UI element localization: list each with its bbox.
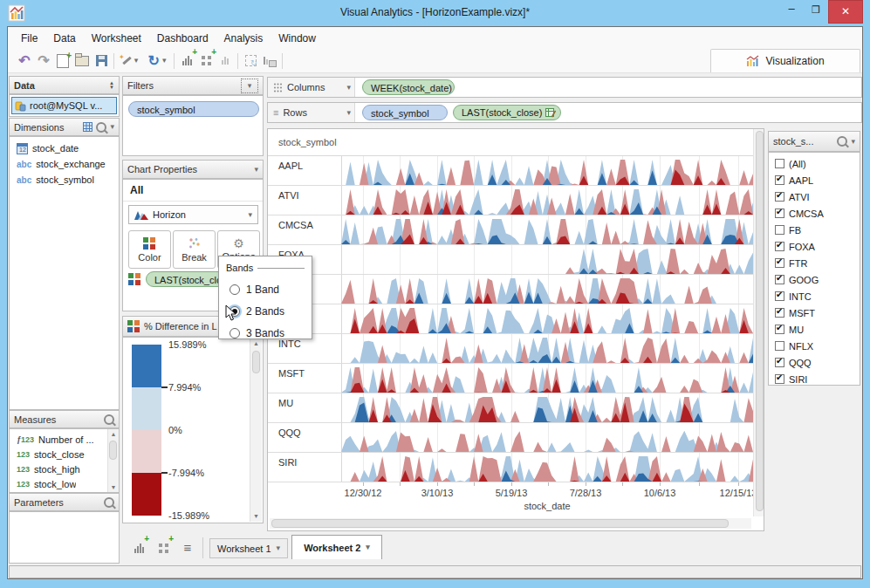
tab-worksheet-2[interactable]: Worksheet 2▾: [291, 535, 382, 559]
checkbox-icon[interactable]: [775, 275, 784, 284]
connection-item[interactable]: root@MySQL v...: [11, 97, 117, 114]
symbol-filter-item-nflx[interactable]: NFLX: [769, 338, 860, 354]
dimension-field[interactable]: 12stock_date: [10, 140, 119, 156]
checkbox-icon[interactable]: [775, 225, 784, 235]
horizon-marks[interactable]: [341, 275, 753, 304]
save-button[interactable]: [92, 51, 111, 71]
new-worksheet-button[interactable]: +: [177, 51, 196, 71]
sheet-list-button[interactable]: ≡: [178, 537, 197, 557]
chart-h-scrollbar[interactable]: [270, 518, 751, 529]
menu-item-dashboard[interactable]: Dashboard: [149, 30, 216, 47]
horizon-marks[interactable]: [341, 186, 753, 215]
data-panel-header[interactable]: Data ▲▼: [9, 76, 120, 94]
measure-field[interactable]: 123stock_low: [10, 476, 108, 491]
radio-icon[interactable]: [229, 284, 240, 295]
checkbox-icon[interactable]: [775, 209, 784, 218]
checkbox-icon[interactable]: [775, 159, 784, 168]
symbol-filter-item-cmcsa[interactable]: CMCSA: [769, 205, 860, 222]
tab-worksheet-1[interactable]: Worksheet 1▾: [209, 538, 288, 558]
symbol-filter-item-ftr[interactable]: FTR: [769, 255, 860, 271]
open-file-button[interactable]: [72, 51, 92, 71]
chevron-down-icon[interactable]: ▾: [366, 544, 370, 551]
duplicate-sheet-button[interactable]: [216, 51, 235, 71]
horizon-marks[interactable]: [341, 393, 753, 423]
measure-field[interactable]: ƒ123Number of ...: [10, 432, 108, 447]
measures-scrollbar[interactable]: ▲ ▼: [107, 429, 119, 492]
measure-field[interactable]: 123stock_high: [10, 462, 108, 476]
refresh-button[interactable]: ↻ ▾: [143, 51, 171, 71]
break-button[interactable]: Break: [173, 230, 216, 269]
chevron-down-icon[interactable]: ▾: [851, 138, 855, 146]
horizon-marks[interactable]: [341, 364, 753, 393]
symbol-filter-item-goog[interactable]: GOOG: [769, 271, 860, 288]
symbol-filter-item-all[interactable]: (All): [769, 155, 860, 172]
visualization-button[interactable]: Visualization: [710, 49, 860, 72]
horizon-marks[interactable]: [341, 245, 753, 275]
filters-menu-button[interactable]: ▾: [241, 79, 258, 93]
horizon-marks[interactable]: [341, 304, 753, 334]
chart-properties-header[interactable]: Chart Properties ▾: [122, 160, 264, 179]
chart-v-scrollbar[interactable]: [753, 129, 764, 516]
radio-icon[interactable]: [229, 328, 240, 338]
measures-header[interactable]: Measures: [9, 410, 120, 428]
sort-fields-icon[interactable]: ▲▼: [109, 81, 114, 90]
symbol-filter-item-siri[interactable]: SIRI: [769, 371, 860, 387]
checkbox-icon[interactable]: [775, 358, 784, 367]
parameters-header[interactable]: Parameters: [9, 493, 120, 511]
dimension-field[interactable]: abcstock_symbol: [10, 172, 119, 188]
checkbox-icon[interactable]: [775, 175, 784, 185]
close-button[interactable]: ✕: [828, 0, 863, 24]
color-button[interactable]: Color: [128, 230, 171, 269]
chevron-down-icon[interactable]: ▾: [346, 84, 351, 92]
search-icon[interactable]: [104, 497, 114, 508]
menu-item-analysis[interactable]: Analysis: [216, 30, 271, 47]
horizon-marks[interactable]: [341, 453, 753, 482]
search-icon[interactable]: [837, 136, 847, 147]
chart-type-dropdown[interactable]: Horizon ▾: [128, 205, 258, 224]
horizon-marks[interactable]: [341, 215, 753, 245]
symbol-filter-item-msft[interactable]: MSFT: [769, 304, 860, 321]
symbol-filter-item-qqq[interactable]: QQQ: [769, 354, 860, 371]
horizon-marks[interactable]: [341, 156, 753, 186]
symbol-filter-item-intc[interactable]: INTC: [769, 288, 860, 304]
checkbox-icon[interactable]: [775, 258, 784, 268]
search-icon[interactable]: [96, 122, 106, 133]
horizon-marks[interactable]: [341, 334, 753, 364]
rows-measure-pill[interactable]: LAST(stock_close): [453, 105, 561, 120]
chevron-down-icon[interactable]: ▾: [346, 109, 351, 117]
menu-item-file[interactable]: File: [13, 30, 45, 47]
new-worksheet-tab-button[interactable]: +: [129, 538, 148, 557]
data-source-button[interactable]: ✦ ▾: [117, 51, 143, 71]
undo-button[interactable]: ↶: [15, 51, 34, 71]
chart-type-button[interactable]: [260, 51, 279, 71]
search-icon[interactable]: [104, 414, 114, 425]
checkbox-icon[interactable]: [775, 374, 784, 384]
legend-scrollbar[interactable]: ▲ ▼: [250, 338, 262, 522]
bands-option-3-bands[interactable]: 3 Bands: [219, 322, 312, 344]
filter-pill[interactable]: stock_symbol: [128, 101, 259, 117]
symbol-filter-item-foxa[interactable]: FOXA: [769, 238, 860, 255]
new-dashboard-tab-button[interactable]: +: [154, 538, 173, 557]
redo-button[interactable]: ↷: [34, 51, 53, 71]
rows-shelf-label[interactable]: ≡ Rows ▾: [268, 103, 355, 122]
minimize-button[interactable]: –: [779, 0, 804, 21]
chevron-down-icon[interactable]: ▾: [254, 166, 258, 174]
menu-item-window[interactable]: Window: [271, 30, 324, 47]
checkbox-icon[interactable]: [775, 341, 784, 351]
symbol-filter-item-aapl[interactable]: AAPL: [769, 172, 860, 188]
horizon-marks[interactable]: [341, 423, 753, 453]
maximize-button[interactable]: ❒: [804, 0, 828, 21]
checkbox-icon[interactable]: [775, 192, 784, 202]
chevron-down-icon[interactable]: ▾: [110, 123, 114, 131]
symbol-filter-item-atvi[interactable]: ATVI: [769, 188, 860, 205]
bands-option-1-band[interactable]: 1 Band: [219, 278, 312, 300]
new-dashboard-button[interactable]: +: [196, 51, 216, 71]
dimension-field[interactable]: abcstock_exchange: [10, 156, 119, 172]
checkbox-icon[interactable]: [775, 291, 784, 301]
symbol-filter-item-mu[interactable]: MU: [769, 321, 860, 338]
columns-pill[interactable]: WEEK(stock_date): [362, 79, 455, 95]
menu-item-data[interactable]: Data: [45, 30, 83, 47]
new-file-button[interactable]: +: [53, 51, 72, 71]
table-icon[interactable]: [83, 122, 92, 132]
measure-field[interactable]: 123stock_close: [10, 447, 108, 462]
